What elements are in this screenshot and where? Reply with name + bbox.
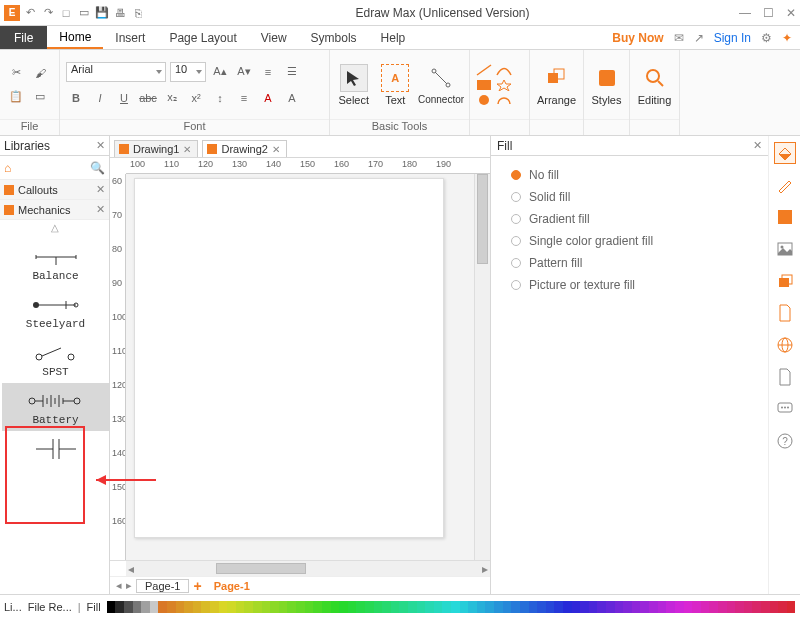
close-tab-icon[interactable]: ✕ bbox=[272, 144, 280, 155]
image-tool-icon[interactable] bbox=[774, 238, 796, 260]
copy-icon[interactable]: ▭ bbox=[30, 87, 50, 107]
close-icon[interactable]: ✕ bbox=[786, 6, 796, 20]
editing-button[interactable]: Editing bbox=[636, 58, 673, 112]
scrollbar-vertical[interactable] bbox=[474, 174, 490, 560]
share-icon[interactable]: ↗ bbox=[694, 31, 704, 45]
page-nav-icon[interactable]: ◂ bbox=[116, 579, 122, 592]
pen-tool-icon[interactable] bbox=[774, 174, 796, 196]
close-tab-icon[interactable]: ✕ bbox=[183, 144, 191, 155]
close-fill-icon[interactable]: ✕ bbox=[753, 139, 762, 152]
menu-page-layout[interactable]: Page Layout bbox=[157, 26, 248, 49]
font-color-icon[interactable]: A bbox=[258, 88, 278, 108]
save-icon[interactable]: 💾 bbox=[94, 5, 110, 21]
undo-icon[interactable]: ↶ bbox=[22, 5, 38, 21]
add-page-button[interactable]: + bbox=[193, 578, 201, 594]
home-icon[interactable]: ⌂ bbox=[4, 161, 11, 175]
help-tool-icon[interactable]: ? bbox=[774, 430, 796, 452]
doc-tool-icon[interactable] bbox=[774, 302, 796, 324]
shape-battery[interactable]: Battery bbox=[2, 383, 109, 431]
select-tool[interactable]: Select bbox=[336, 58, 372, 112]
open-icon[interactable]: ▭ bbox=[76, 5, 92, 21]
text-align-icon[interactable]: ≡ bbox=[234, 88, 254, 108]
decrease-font-icon[interactable]: A▾ bbox=[234, 62, 254, 82]
line-shape-icon[interactable] bbox=[476, 64, 492, 76]
fill-option-no-fill[interactable]: No fill bbox=[499, 164, 760, 186]
shape-steelyard[interactable]: Steelyard bbox=[2, 287, 109, 335]
page-tool-icon[interactable] bbox=[774, 366, 796, 388]
new-icon[interactable]: □ bbox=[58, 5, 74, 21]
status-li[interactable]: Li... bbox=[4, 601, 22, 613]
libcat-callouts[interactable]: Callouts✕ bbox=[0, 180, 109, 200]
libcat-mechanics[interactable]: Mechanics✕ bbox=[0, 200, 109, 220]
redo-icon[interactable]: ↷ bbox=[40, 5, 56, 21]
page-nav-icon[interactable]: ▸ bbox=[126, 579, 132, 592]
font-size-select[interactable]: 10 bbox=[170, 62, 206, 82]
page-tab-orange[interactable]: Page-1 bbox=[206, 580, 258, 592]
tab-drawing2[interactable]: Drawing2✕ bbox=[202, 140, 286, 157]
bold-button[interactable]: B bbox=[66, 88, 86, 108]
clip-icon[interactable]: ✂ bbox=[6, 63, 26, 83]
close-mechanics-icon[interactable]: ✕ bbox=[96, 203, 105, 216]
arc-shape-icon[interactable] bbox=[496, 94, 512, 106]
subscript-icon[interactable]: x₂ bbox=[162, 88, 182, 108]
app-icon[interactable]: ✦ bbox=[782, 31, 792, 45]
menu-help[interactable]: Help bbox=[369, 26, 418, 49]
canvas[interactable] bbox=[126, 174, 474, 560]
menu-view[interactable]: View bbox=[249, 26, 299, 49]
shape-capacitor[interactable] bbox=[2, 431, 109, 467]
fill-option-single-gradient[interactable]: Single color gradient fill bbox=[499, 230, 760, 252]
spacing-icon[interactable]: ↕ bbox=[210, 88, 230, 108]
buy-now-link[interactable]: Buy Now bbox=[612, 31, 663, 45]
fill-option-gradient[interactable]: Gradient fill bbox=[499, 208, 760, 230]
arrange-button[interactable]: Arrange bbox=[536, 58, 577, 112]
menu-insert[interactable]: Insert bbox=[103, 26, 157, 49]
page-tab-1[interactable]: Page-1 bbox=[136, 579, 189, 593]
status-filere[interactable]: File Re... bbox=[28, 601, 72, 613]
lib-search-icon[interactable]: 🔍 bbox=[90, 161, 105, 175]
menu-home[interactable]: Home bbox=[47, 26, 103, 49]
strike-button[interactable]: abc bbox=[138, 88, 158, 108]
comment-tool-icon[interactable] bbox=[774, 398, 796, 420]
circle-shape-icon[interactable] bbox=[476, 94, 492, 106]
styles-button[interactable]: Styles bbox=[590, 58, 623, 112]
rect-shape-icon[interactable] bbox=[476, 79, 492, 91]
globe-tool-icon[interactable] bbox=[774, 334, 796, 356]
feedback-icon[interactable]: ✉ bbox=[674, 31, 684, 45]
bullets-icon[interactable]: ☰ bbox=[282, 62, 302, 82]
superscript-icon[interactable]: x² bbox=[186, 88, 206, 108]
font-name-select[interactable]: Arial bbox=[66, 62, 166, 82]
fill-option-pattern[interactable]: Pattern fill bbox=[499, 252, 760, 274]
paste-icon[interactable]: 📋 bbox=[6, 87, 26, 107]
fill-option-texture[interactable]: Picture or texture fill bbox=[499, 274, 760, 296]
italic-button[interactable]: I bbox=[90, 88, 110, 108]
maximize-icon[interactable]: ☐ bbox=[763, 6, 774, 20]
align-icon[interactable]: ≡ bbox=[258, 62, 278, 82]
minimize-icon[interactable]: — bbox=[739, 6, 751, 20]
shape-balance[interactable]: Balance bbox=[2, 239, 109, 287]
increase-font-icon[interactable]: A▴ bbox=[210, 62, 230, 82]
highlight-icon[interactable]: A bbox=[282, 88, 302, 108]
color-palette[interactable] bbox=[107, 601, 796, 613]
file-menu[interactable]: File bbox=[0, 26, 47, 49]
fill-tool-icon[interactable] bbox=[774, 142, 796, 164]
gear-icon[interactable]: ⚙ bbox=[761, 31, 772, 45]
shape-spst[interactable]: SPST bbox=[2, 335, 109, 383]
close-libraries-icon[interactable]: ✕ bbox=[96, 139, 105, 152]
close-callouts-icon[interactable]: ✕ bbox=[96, 183, 105, 196]
star-shape-icon[interactable] bbox=[496, 79, 512, 91]
brush-icon[interactable]: 🖌 bbox=[30, 63, 50, 83]
connector-tool[interactable]: Connector bbox=[419, 58, 463, 112]
shape-tool-icon[interactable] bbox=[774, 206, 796, 228]
export-icon[interactable]: ⎘ bbox=[130, 5, 146, 21]
collapse-icon[interactable]: △ bbox=[0, 220, 109, 235]
menu-symbols[interactable]: Symbols bbox=[299, 26, 369, 49]
print-icon[interactable]: 🖶 bbox=[112, 5, 128, 21]
text-tool[interactable]: A Text bbox=[378, 58, 414, 112]
sign-in-link[interactable]: Sign In bbox=[714, 31, 751, 45]
scrollbar-horizontal[interactable]: ◂▸ bbox=[110, 560, 490, 576]
underline-button[interactable]: U bbox=[114, 88, 134, 108]
page[interactable] bbox=[134, 178, 444, 538]
curve-shape-icon[interactable] bbox=[496, 64, 512, 76]
layers-tool-icon[interactable] bbox=[774, 270, 796, 292]
tab-drawing1[interactable]: Drawing1✕ bbox=[114, 140, 198, 157]
